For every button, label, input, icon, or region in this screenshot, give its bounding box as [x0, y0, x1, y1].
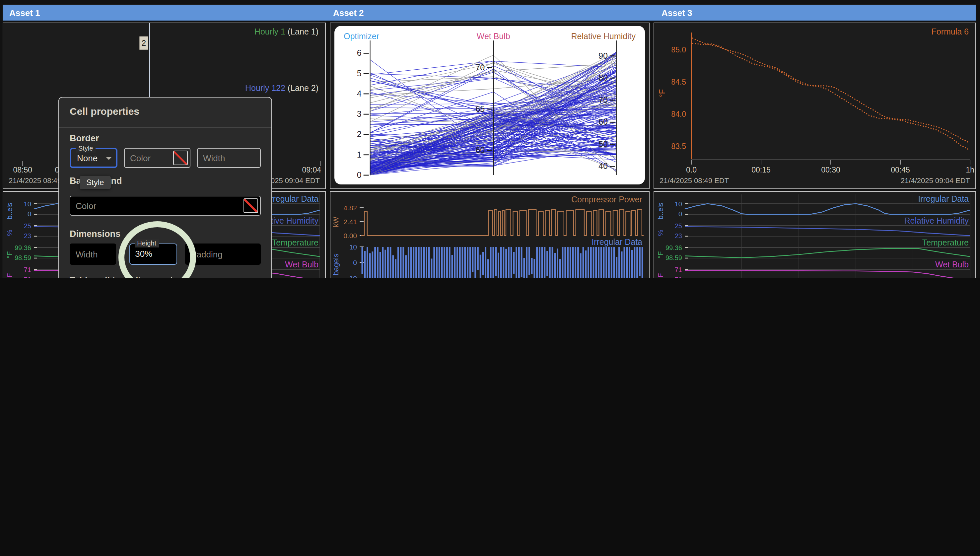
svg-text:Wet Bulb: Wet Bulb: [285, 260, 318, 269]
svg-text:10: 10: [349, 243, 357, 251]
svg-text:90: 90: [599, 51, 608, 60]
background-color-input[interactable]: [76, 197, 239, 214]
dimensions-section-heading: Dimensions: [69, 229, 120, 239]
dashboard: Asset 1 Asset 2 Asset 3 Hourly 1 (Lane 1…: [0, 0, 980, 278]
svg-text:71: 71: [675, 266, 682, 273]
chart-cell-asset2-parallel-coordinates[interactable]: 0123456Optimizer606570Wet Bulb4050607080…: [330, 23, 649, 189]
dialog-title: Cell properties: [69, 105, 139, 117]
svg-text:99.36: 99.36: [665, 244, 682, 252]
background-color-field-wrap: [69, 196, 261, 216]
svg-text:2: 2: [142, 39, 146, 47]
svg-text:Relative Humidity: Relative Humidity: [571, 32, 636, 41]
svg-text:84.0: 84.0: [671, 110, 686, 118]
svg-text:Optimizer: Optimizer: [344, 32, 379, 41]
svg-text:Hourly 1 (Lane 1): Hourly 1 (Lane 1): [255, 27, 318, 36]
dimension-height-field: Height: [129, 244, 177, 265]
svg-text:25: 25: [675, 222, 682, 230]
border-style-select-label: Style: [76, 145, 95, 153]
chart-cell-asset2-stacked-trends[interactable]: Compressor Power4.822.410.00kWIrregular …: [330, 191, 649, 278]
svg-text:25: 25: [24, 222, 31, 230]
border-color-field-wrap: [124, 148, 191, 168]
no-color-swatch-icon[interactable]: [244, 199, 258, 213]
svg-text:%: %: [657, 230, 664, 236]
svg-text:Irregular Data: Irregular Data: [918, 194, 969, 204]
svg-text:70: 70: [24, 276, 31, 278]
chart-svg-a2r2: Compressor Power4.822.410.00kWIrregular …: [331, 192, 649, 278]
asset-tab-3[interactable]: Asset 3: [662, 5, 693, 21]
svg-text:°F: °F: [657, 273, 664, 278]
svg-text:80: 80: [599, 73, 608, 82]
svg-text:bagels: bagels: [332, 254, 340, 275]
svg-text:Formula 6: Formula 6: [931, 27, 969, 36]
svg-text:98.59: 98.59: [665, 254, 682, 262]
chart-svg-a3r1: Formula 683.584.084.585.0°F0.000:1500:30…: [654, 23, 975, 188]
svg-text:70: 70: [675, 276, 682, 278]
svg-text:Relative Humidity: Relative Humidity: [904, 216, 969, 225]
svg-text:60: 60: [599, 117, 608, 126]
svg-text:98.59: 98.59: [15, 254, 31, 262]
svg-text:10: 10: [24, 200, 31, 208]
svg-text:10: 10: [675, 200, 682, 208]
svg-text:0: 0: [357, 170, 362, 179]
svg-text:°F: °F: [657, 251, 664, 258]
border-style-select[interactable]: Style None: [69, 148, 118, 168]
border-section-heading: Border: [69, 133, 99, 143]
svg-text:83.5: 83.5: [671, 142, 686, 150]
svg-text:-10: -10: [347, 274, 357, 278]
svg-text:1: 1: [357, 150, 362, 159]
svg-text:4.82: 4.82: [343, 204, 357, 212]
svg-text:50: 50: [599, 139, 608, 149]
svg-text:1h: 1h: [966, 165, 974, 174]
svg-text:°F: °F: [6, 273, 13, 278]
svg-text:5: 5: [357, 69, 362, 78]
chart-cell-asset3-multiseries[interactable]: Irregular Datab..els100Relative Humidity…: [654, 191, 976, 278]
svg-text:2.41: 2.41: [343, 218, 357, 226]
svg-text:08:50: 08:50: [13, 165, 32, 174]
chart-cell-asset3-formula6[interactable]: Formula 683.584.084.585.0°F0.000:1500:30…: [654, 23, 976, 189]
svg-text:°F: °F: [6, 251, 13, 258]
svg-text:00:15: 00:15: [751, 165, 771, 174]
asset-tab-2[interactable]: Asset 2: [333, 5, 364, 21]
chart-svg-a2r1: 0123456Optimizer606570Wet Bulb4050607080…: [331, 23, 649, 188]
asset-tab-1[interactable]: Asset 1: [9, 5, 40, 21]
dialog-divider: [59, 127, 271, 128]
alignment-section-heading: Table cell text alignment: [69, 275, 173, 278]
svg-text:84.5: 84.5: [671, 78, 686, 86]
style-tooltip: Style: [80, 176, 110, 189]
svg-text:°F: °F: [657, 89, 667, 97]
svg-text:6: 6: [357, 48, 362, 57]
asset-header-bar: Asset 1 Asset 2 Asset 3: [3, 5, 976, 21]
border-width-input[interactable]: [197, 148, 261, 168]
border-color-input[interactable]: [130, 149, 171, 166]
svg-text:4: 4: [357, 89, 362, 98]
dimension-padding-input[interactable]: [185, 244, 261, 265]
svg-text:0.00: 0.00: [343, 232, 357, 239]
svg-text:21/4/2025 09:04 EDT: 21/4/2025 09:04 EDT: [901, 176, 970, 185]
svg-text:70: 70: [599, 95, 608, 105]
svg-text:kW: kW: [332, 217, 340, 227]
svg-text:40: 40: [599, 161, 608, 171]
svg-text:Hourly 122 (Lane 2): Hourly 122 (Lane 2): [245, 83, 318, 92]
svg-text:23: 23: [675, 232, 682, 239]
chevron-down-icon: [106, 157, 111, 160]
svg-text:70: 70: [475, 63, 485, 72]
multiply-sign: ×: [116, 249, 129, 259]
svg-text:60: 60: [475, 145, 485, 155]
svg-text:85.0: 85.0: [671, 45, 686, 54]
svg-text:00:45: 00:45: [891, 165, 910, 174]
svg-text:b..els: b..els: [657, 203, 664, 219]
svg-text:09:04: 09:04: [302, 165, 321, 174]
svg-text:2: 2: [357, 129, 362, 139]
svg-text:0: 0: [678, 210, 682, 218]
svg-text:%: %: [6, 230, 13, 236]
svg-text:Wet Bulb: Wet Bulb: [935, 260, 969, 269]
dimension-height-label: Height: [134, 239, 159, 247]
svg-text:65: 65: [475, 104, 485, 113]
svg-text:99.36: 99.36: [15, 244, 31, 252]
svg-text:0.0: 0.0: [686, 165, 697, 174]
svg-text:Temperature: Temperature: [272, 238, 318, 247]
dimension-width-input[interactable]: [69, 244, 116, 265]
svg-text:71: 71: [24, 266, 31, 273]
svg-text:Wet Bulb: Wet Bulb: [477, 32, 510, 41]
no-color-swatch-icon[interactable]: [173, 150, 188, 165]
